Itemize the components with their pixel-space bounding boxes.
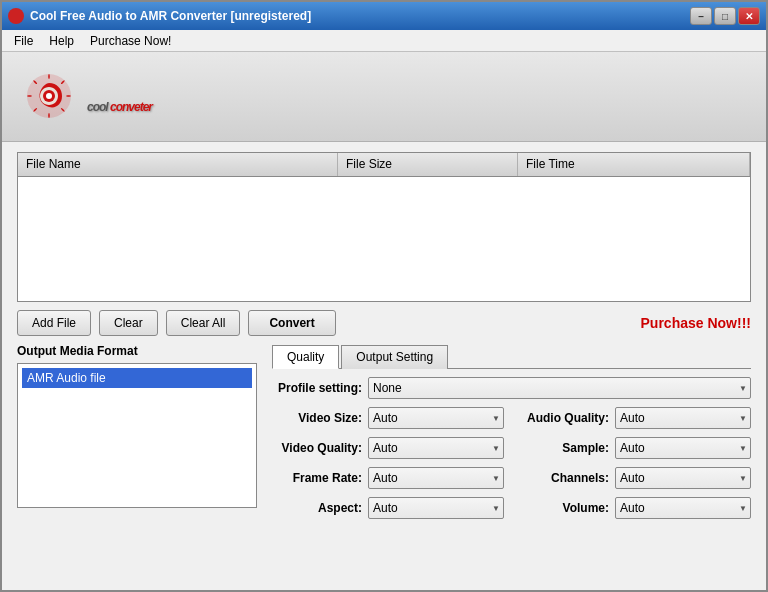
- column-filesize: File Size: [338, 153, 518, 176]
- aspect-select-wrapper: Auto: [368, 497, 504, 519]
- volume-label: Volume:: [519, 501, 609, 515]
- video-quality-select-wrapper: Auto: [368, 437, 504, 459]
- window-controls: – □ ✕: [690, 7, 760, 25]
- window-title: Cool Free Audio to AMR Converter [unregi…: [30, 9, 684, 23]
- audio-quality-label: Audio Quality:: [519, 411, 609, 425]
- audio-quality-select-wrapper: Auto: [615, 407, 751, 429]
- channels-label: Channels:: [519, 471, 609, 485]
- tab-quality[interactable]: Quality: [272, 345, 339, 369]
- file-table-body[interactable]: [18, 177, 750, 301]
- sample-label: Sample:: [519, 441, 609, 455]
- convert-button[interactable]: Convert: [248, 310, 335, 336]
- channels-select-wrapper: Auto: [615, 467, 751, 489]
- volume-select[interactable]: Auto: [615, 497, 751, 519]
- frame-rate-select[interactable]: Auto: [368, 467, 504, 489]
- video-size-label: Video Size:: [272, 411, 362, 425]
- add-file-button[interactable]: Add File: [17, 310, 91, 336]
- title-bar: Cool Free Audio to AMR Converter [unregi…: [2, 2, 766, 30]
- file-table: File Name File Size File Time: [17, 152, 751, 302]
- aspect-row: Aspect: Auto: [272, 497, 504, 519]
- output-format-panel: Output Media Format AMR Audio file: [17, 344, 257, 580]
- channels-select[interactable]: Auto: [615, 467, 751, 489]
- main-content: File Name File Size File Time Add File C…: [2, 142, 766, 590]
- maximize-button[interactable]: □: [714, 7, 736, 25]
- column-filetime: File Time: [518, 153, 750, 176]
- output-format-list[interactable]: AMR Audio file: [17, 363, 257, 508]
- output-format-item[interactable]: AMR Audio file: [22, 368, 252, 388]
- video-size-select-wrapper: Auto: [368, 407, 504, 429]
- logo-text: cool conveter: [87, 73, 152, 121]
- main-window: Cool Free Audio to AMR Converter [unregi…: [0, 0, 768, 592]
- frame-rate-row: Frame Rate: Auto: [272, 467, 504, 489]
- audio-quality-select[interactable]: Auto: [615, 407, 751, 429]
- frame-rate-label: Frame Rate:: [272, 471, 362, 485]
- close-button[interactable]: ✕: [738, 7, 760, 25]
- logo-area: cool conveter: [2, 52, 766, 142]
- volume-row: Volume: Auto: [519, 497, 751, 519]
- sample-select-wrapper: Auto: [615, 437, 751, 459]
- profile-label: Profile setting:: [272, 381, 362, 395]
- video-quality-label: Video Quality:: [272, 441, 362, 455]
- frame-rate-select-wrapper: Auto: [368, 467, 504, 489]
- menu-bar: File Help Purchase Now!: [2, 30, 766, 52]
- tab-output-setting[interactable]: Output Setting: [341, 345, 448, 369]
- clear-button[interactable]: Clear: [99, 310, 158, 336]
- aspect-label: Aspect:: [272, 501, 362, 515]
- profile-select[interactable]: None: [368, 377, 751, 399]
- bottom-section: Output Media Format AMR Audio file Quali…: [17, 344, 751, 580]
- volume-select-wrapper: Auto: [615, 497, 751, 519]
- video-size-row: Video Size: Auto: [272, 407, 504, 429]
- settings-panel: Quality Output Setting Profile setting: …: [272, 344, 751, 580]
- settings-tabs: Quality Output Setting: [272, 344, 751, 369]
- channels-row: Channels: Auto: [519, 467, 751, 489]
- video-quality-row: Video Quality: Auto: [272, 437, 504, 459]
- menu-help[interactable]: Help: [41, 32, 82, 50]
- aspect-select[interactable]: Auto: [368, 497, 504, 519]
- clear-all-button[interactable]: Clear All: [166, 310, 241, 336]
- sample-select[interactable]: Auto: [615, 437, 751, 459]
- menu-file[interactable]: File: [6, 32, 41, 50]
- svg-point-2: [46, 93, 52, 99]
- file-table-header: File Name File Size File Time: [18, 153, 750, 177]
- menu-purchase[interactable]: Purchase Now!: [82, 32, 179, 50]
- column-filename: File Name: [18, 153, 338, 176]
- profile-row: Profile setting: None: [272, 377, 751, 399]
- purchase-label[interactable]: Purchase Now!!!: [641, 315, 751, 331]
- video-size-select[interactable]: Auto: [368, 407, 504, 429]
- profile-select-wrapper: None: [368, 377, 751, 399]
- video-quality-select[interactable]: Auto: [368, 437, 504, 459]
- minimize-button[interactable]: –: [690, 7, 712, 25]
- audio-quality-row: Audio Quality: Auto: [519, 407, 751, 429]
- settings-grid: Video Size: Auto Audio Quality: Auto: [272, 407, 751, 519]
- buttons-row: Add File Clear Clear All Convert Purchas…: [17, 302, 751, 344]
- output-format-label: Output Media Format: [17, 344, 257, 358]
- sample-row: Sample: Auto: [519, 437, 751, 459]
- app-icon: [8, 8, 24, 24]
- logo-icon: [22, 69, 77, 124]
